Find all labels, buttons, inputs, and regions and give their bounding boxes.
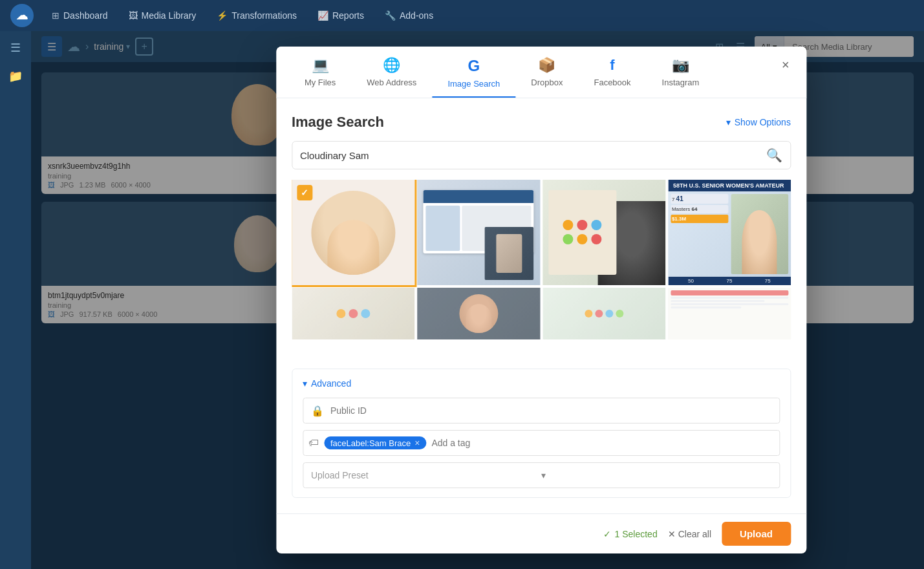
google-icon: G bbox=[468, 57, 480, 75]
check-icon: ✓ bbox=[603, 529, 611, 539]
image-search-results: ✓ bbox=[292, 180, 791, 361]
sidebar: ☰ 📁 bbox=[0, 31, 31, 569]
upload-button[interactable]: Upload bbox=[722, 522, 791, 546]
public-id-field: 🔒 bbox=[303, 398, 780, 424]
image-search-input-row: 🔍 bbox=[292, 141, 791, 169]
image-result-3[interactable] bbox=[543, 180, 665, 285]
tab-web-address[interactable]: 🌐 Web Address bbox=[351, 47, 432, 98]
show-options-button[interactable]: ▾ Show Options bbox=[726, 117, 791, 127]
tab-my-files[interactable]: 💻 My Files bbox=[289, 47, 351, 98]
my-files-icon: 💻 bbox=[312, 57, 329, 74]
image-result-6[interactable] bbox=[417, 288, 540, 339]
image-search-input[interactable] bbox=[300, 150, 766, 161]
image-result-5[interactable] bbox=[292, 288, 414, 339]
nav-media-library[interactable]: 🖼 Media Library bbox=[121, 6, 204, 25]
transformations-icon: ⚡ bbox=[217, 10, 228, 21]
sidebar-folder-icon[interactable]: 📁 bbox=[4, 65, 27, 88]
main-area: ☰ 📁 ☰ ☁ › training ▾ + ⊞ ☰ All ▾ bbox=[0, 31, 924, 569]
modal-body: Image Search ▾ Show Options 🔍 ✓ bbox=[276, 98, 806, 513]
nav-reports[interactable]: 📈 Reports bbox=[310, 6, 372, 25]
nav-transformations[interactable]: ⚡ Transformations bbox=[209, 6, 305, 25]
image-result-1[interactable]: ✓ bbox=[292, 180, 414, 285]
dashboard-icon: ⊞ bbox=[52, 10, 59, 21]
reports-icon: 📈 bbox=[317, 10, 328, 21]
nav-addons[interactable]: 🔧 Add-ons bbox=[377, 6, 441, 25]
image-result-7[interactable] bbox=[543, 288, 665, 339]
tags-icon: 🏷 bbox=[308, 437, 319, 449]
screenshot-thumbnail bbox=[417, 180, 540, 285]
remove-tag-button[interactable]: × bbox=[414, 438, 420, 448]
modal-title-row: Image Search ▾ Show Options bbox=[292, 114, 791, 131]
search-submit-icon[interactable]: 🔍 bbox=[766, 147, 782, 163]
nav-dashboard[interactable]: ⊞ Dashboard bbox=[44, 6, 116, 25]
image-result-4[interactable]: 58TH U.S. SENIOR WOMEN'S AMATEUR 7 41 Ma… bbox=[668, 180, 791, 285]
tags-field: 🏷 faceLabel:Sam Brace × bbox=[303, 430, 780, 456]
public-id-input[interactable] bbox=[330, 405, 771, 416]
tab-instagram[interactable]: 📷 Instagram bbox=[647, 47, 715, 98]
selection-checkmark: ✓ bbox=[297, 185, 312, 200]
top-navigation: ☁ ⊞ Dashboard 🖼 Media Library ⚡ Transfor… bbox=[0, 0, 924, 31]
modal-tabs: 💻 My Files 🌐 Web Address G Image Search … bbox=[276, 47, 806, 98]
chevron-down-icon: ▾ bbox=[303, 378, 307, 389]
instagram-icon: 📷 bbox=[672, 57, 689, 74]
image-result-8[interactable] bbox=[668, 288, 791, 339]
preset-chevron-icon: ▾ bbox=[541, 470, 771, 480]
modal-footer: ✓ 1 Selected ✕ Clear all Upload bbox=[276, 513, 806, 553]
tab-image-search[interactable]: G Image Search bbox=[432, 47, 515, 98]
tag-chip-facelabel: faceLabel:Sam Brace × bbox=[324, 436, 426, 449]
addons-icon: 🔧 bbox=[385, 10, 396, 21]
modal-title: Image Search bbox=[292, 114, 384, 131]
clear-all-button[interactable]: ✕ Clear all bbox=[668, 529, 711, 539]
content-area: ☰ ☁ › training ▾ + ⊞ ☰ All ▾ bbox=[31, 31, 924, 569]
modal-close-button[interactable]: × bbox=[775, 54, 796, 75]
public-id-icon: 🔒 bbox=[311, 405, 324, 417]
chevron-down-icon: ▾ bbox=[726, 117, 731, 127]
tab-dropbox[interactable]: 📦 Dropbox bbox=[515, 47, 578, 98]
facebook-icon: f bbox=[610, 57, 614, 74]
media-library-icon: 🖼 bbox=[129, 10, 138, 21]
upload-preset-dropdown[interactable]: Upload Preset ▾ bbox=[303, 462, 780, 488]
add-tag-input[interactable] bbox=[431, 438, 774, 448]
advanced-toggle-button[interactable]: ▾ Advanced bbox=[303, 378, 780, 389]
tab-facebook[interactable]: f Facebook bbox=[578, 47, 646, 98]
image-result-2[interactable] bbox=[417, 180, 540, 285]
selected-count: ✓ 1 Selected bbox=[603, 529, 658, 539]
dropbox-icon: 📦 bbox=[538, 57, 555, 74]
advanced-section: ▾ Advanced 🔒 🏷 faceLabel:Sam Brace × bbox=[292, 369, 791, 498]
app-logo[interactable]: ☁ bbox=[10, 4, 34, 27]
clear-icon: ✕ bbox=[668, 529, 676, 539]
web-address-icon: 🌐 bbox=[383, 57, 400, 74]
upload-modal: 💻 My Files 🌐 Web Address G Image Search … bbox=[276, 47, 806, 553]
sidebar-menu-button[interactable]: ☰ bbox=[4, 36, 27, 59]
